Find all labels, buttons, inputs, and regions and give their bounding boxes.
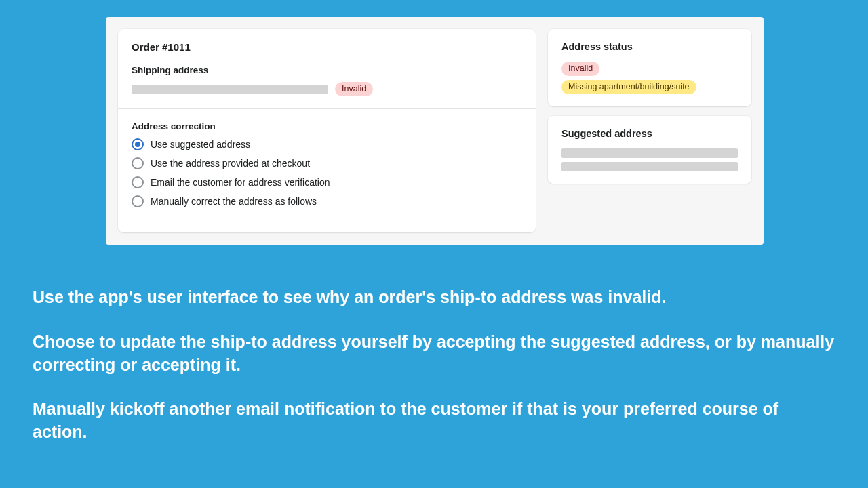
right-column: Address status Invalid Missing apartment… [548, 29, 751, 232]
address-correction-section: Address correction Use suggested address… [118, 108, 536, 220]
order-card: Order #1011 Shipping address Invalid Add… [118, 29, 536, 232]
status-invalid-badge: Invalid [561, 62, 599, 76]
address-status-card: Address status Invalid Missing apartment… [548, 29, 751, 106]
correction-radio-group: Use suggested address Use the address pr… [132, 138, 522, 207]
radio-manual-correct[interactable]: Manually correct the address as follows [132, 195, 522, 207]
marketing-paragraph-2: Choose to update the ship-to address you… [33, 331, 835, 377]
radio-manual-correct-input[interactable] [132, 195, 144, 207]
suggested-address-title: Suggested address [561, 128, 738, 139]
radio-email-customer-input[interactable] [132, 176, 144, 188]
shipping-address-label: Shipping address [132, 65, 522, 75]
invalid-badge: Invalid [335, 82, 373, 96]
radio-use-suggested-label: Use suggested address [151, 139, 250, 150]
order-title: Order #1011 [132, 41, 522, 53]
radio-email-customer[interactable]: Email the customer for address verificat… [132, 176, 522, 188]
suggested-address-card: Suggested address [548, 116, 751, 184]
radio-use-checkout-label: Use the address provided at checkout [151, 158, 310, 169]
address-correction-title: Address correction [132, 121, 522, 131]
marketing-paragraph-1: Use the app's user interface to see why … [33, 286, 835, 309]
status-missing-badge: Missing apartment/building/suite [561, 80, 696, 94]
shipping-address-row: Invalid [132, 82, 522, 96]
order-header-section: Order #1011 Shipping address Invalid [118, 29, 536, 108]
left-column: Order #1011 Shipping address Invalid Add… [118, 29, 536, 232]
shipping-address-placeholder [132, 85, 328, 94]
suggested-line-2 [561, 162, 738, 171]
radio-manual-correct-label: Manually correct the address as follows [151, 196, 317, 207]
marketing-paragraph-3: Manually kickoff another email notificat… [33, 398, 835, 444]
app-panel: Order #1011 Shipping address Invalid Add… [106, 17, 764, 245]
marketing-copy: Use the app's user interface to see why … [33, 286, 835, 444]
radio-use-checkout[interactable]: Use the address provided at checkout [132, 157, 522, 169]
status-badges: Invalid Missing apartment/building/suite [561, 62, 738, 94]
radio-use-checkout-input[interactable] [132, 157, 144, 169]
suggested-address-lines [561, 148, 738, 171]
suggested-line-1 [561, 148, 738, 158]
radio-use-suggested-input[interactable] [132, 138, 144, 150]
address-status-title: Address status [561, 41, 738, 52]
radio-use-suggested[interactable]: Use suggested address [132, 138, 522, 150]
radio-email-customer-label: Email the customer for address verificat… [151, 177, 330, 188]
